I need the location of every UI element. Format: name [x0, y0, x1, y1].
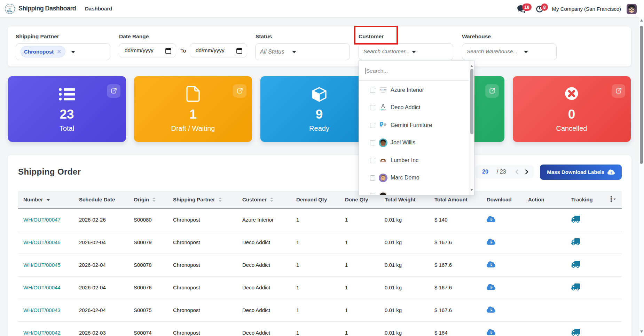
svg-text:interior: interior: [381, 92, 385, 93]
svg-text:LUMBER INC: LUMBER INC: [380, 161, 386, 162]
svg-text:azure: azure: [379, 88, 387, 91]
svg-text:ADDICT: ADDICT: [381, 110, 385, 112]
